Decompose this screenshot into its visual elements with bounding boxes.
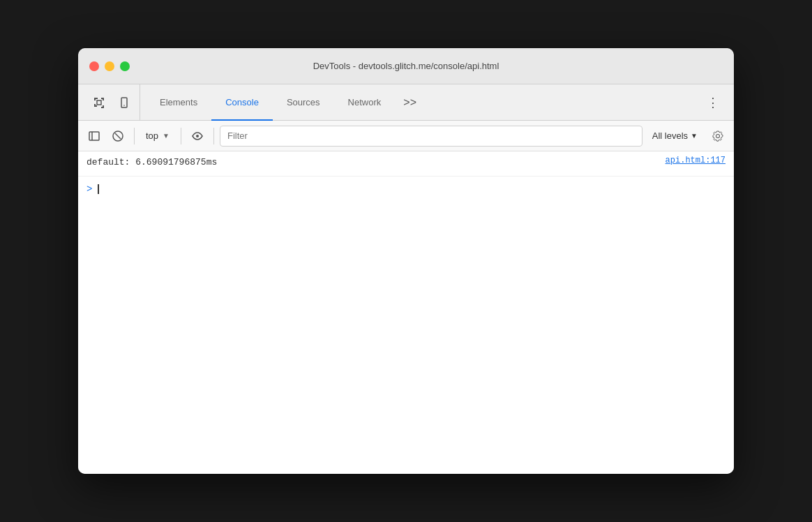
toolbar-separator xyxy=(134,128,135,144)
close-button[interactable] xyxy=(89,61,99,71)
console-input-row[interactable]: > xyxy=(78,177,734,202)
console-cursor xyxy=(98,184,99,194)
console-entry-text: default: 6.69091796875ms xyxy=(87,156,657,170)
svg-rect-3 xyxy=(89,132,99,140)
tabs-bar: Elements Console Sources Network >> ⋮ xyxy=(78,84,734,121)
console-log-entry: default: 6.69091796875ms api.html:117 xyxy=(78,151,734,177)
inspector-icon-button[interactable] xyxy=(89,93,109,112)
devtools-window: DevTools - devtools.glitch.me/console/ap… xyxy=(78,48,734,474)
log-levels-selector[interactable]: All levels ▼ xyxy=(645,128,705,144)
console-output: default: 6.69091796875ms api.html:117 > xyxy=(78,151,734,474)
tabs: Elements Console Sources Network >> xyxy=(146,84,698,120)
tab-sources[interactable]: Sources xyxy=(273,85,334,121)
maximize-button[interactable] xyxy=(120,61,130,71)
context-selector[interactable]: top ▼ xyxy=(140,128,175,144)
tabs-end: ⋮ xyxy=(698,84,728,120)
clear-icon xyxy=(112,130,123,142)
context-arrow-icon: ▼ xyxy=(163,132,170,140)
tab-elements[interactable]: Elements xyxy=(146,85,211,121)
toolbar-separator-2 xyxy=(181,128,181,144)
tab-icons xyxy=(84,84,140,120)
window-title: DevTools - devtools.glitch.me/console/ap… xyxy=(313,61,499,71)
tab-console[interactable]: Console xyxy=(211,85,273,121)
devtools-menu-button[interactable]: ⋮ xyxy=(707,95,720,110)
svg-line-6 xyxy=(115,133,121,139)
console-toolbar: top ▼ All levels ▼ xyxy=(78,121,734,151)
sidebar-icon xyxy=(89,130,100,142)
tab-network[interactable]: Network xyxy=(334,85,396,121)
context-value: top xyxy=(146,130,158,141)
console-settings-button[interactable] xyxy=(707,126,728,147)
traffic-lights xyxy=(89,61,130,71)
console-entry-link[interactable]: api.html:117 xyxy=(666,156,725,165)
svg-point-7 xyxy=(196,135,199,137)
svg-rect-0 xyxy=(97,100,101,105)
levels-arrow-icon: ▼ xyxy=(691,132,698,140)
titlebar: DevTools - devtools.glitch.me/console/ap… xyxy=(78,48,734,84)
eye-icon xyxy=(192,130,203,142)
levels-label: All levels xyxy=(652,130,688,141)
clear-console-button[interactable] xyxy=(107,126,128,147)
sidebar-toggle-button[interactable] xyxy=(84,126,105,147)
svg-point-2 xyxy=(123,105,125,106)
inspect-icon xyxy=(93,97,105,108)
more-tabs-button[interactable]: >> xyxy=(395,84,425,120)
svg-rect-1 xyxy=(121,98,127,107)
toolbar-separator-3 xyxy=(213,128,214,144)
gear-icon xyxy=(712,130,723,142)
minimize-button[interactable] xyxy=(105,61,114,71)
filter-input[interactable] xyxy=(220,126,642,147)
live-expressions-button[interactable] xyxy=(187,126,208,147)
console-caret-icon: > xyxy=(87,184,92,195)
device-icon xyxy=(119,97,130,108)
device-toggle-button[interactable] xyxy=(114,93,134,112)
